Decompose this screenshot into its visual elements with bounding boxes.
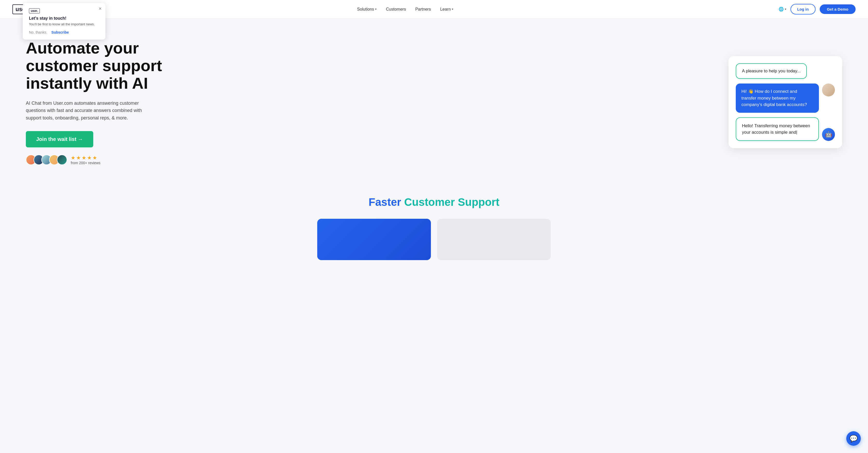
subscribe-button[interactable]: Subscribe <box>52 30 69 34</box>
feature-cards <box>26 219 842 260</box>
popup-close-button[interactable]: ✕ <box>98 6 102 11</box>
login-button[interactable]: Log in <box>790 4 815 15</box>
star-icon: ★ <box>71 154 75 161</box>
chat-demo-widget: A pleasure to help you today... Hi! 👋 Ho… <box>728 56 842 148</box>
chevron-down-icon: ▾ <box>785 7 786 11</box>
nav-links: Solutions ▾ Customers Partners Learn ▾ <box>357 7 454 11</box>
hero-content: Automate your customer support instantly… <box>26 39 170 165</box>
popup-actions: No, thanks. Subscribe <box>29 30 99 34</box>
reviewer-avatars <box>26 154 67 165</box>
star-icon: ★ <box>92 154 97 161</box>
popup-title: Let's stay in touch! <box>29 16 99 21</box>
star-rating: ★ ★ ★ ★ ★ from 200+ reviews <box>71 154 100 165</box>
reviews-row: ★ ★ ★ ★ ★ from 200+ reviews <box>26 154 170 165</box>
bot-avatar: 🤖 <box>822 128 835 141</box>
chat-bubble-greeting: A pleasure to help you today... <box>736 63 807 79</box>
popup-description: You'll be first to know all the importan… <box>29 22 99 26</box>
faster-section: Faster Customer Support <box>0 180 868 271</box>
language-selector[interactable]: 🌐 ▾ <box>779 7 786 11</box>
partners-link[interactable]: Partners <box>415 7 431 11</box>
star-icon: ★ <box>87 154 92 161</box>
chevron-down-icon: ▾ <box>375 7 377 11</box>
learn-link[interactable]: Learn ▾ <box>440 7 454 11</box>
hero-description: AI Chat from User.com automates answerin… <box>26 100 150 122</box>
navbar: user. Solutions ▾ Customers Partners Lea… <box>0 0 868 19</box>
chat-user-message-row: Hi! 👋 How do I connect and transfer mone… <box>736 84 835 113</box>
chat-bot-reply: Hello! Transferring money between your a… <box>736 117 819 141</box>
star-icon: ★ <box>76 154 81 161</box>
bot-icon: 🤖 <box>825 131 832 138</box>
chat-bot-reply-row: Hello! Transferring money between your a… <box>736 117 835 141</box>
avatar <box>57 154 67 165</box>
user-avatar <box>822 84 835 96</box>
avatar-image <box>822 84 835 96</box>
faster-title-teal: Customer Support <box>404 196 500 208</box>
nav-actions: 🌐 ▾ Log in Get a Demo <box>779 4 856 15</box>
feature-card-light <box>437 219 551 260</box>
chat-user-message: Hi! 👋 How do I connect and transfer mone… <box>736 84 819 113</box>
globe-icon: 🌐 <box>779 7 784 11</box>
star-icon: ★ <box>82 154 86 161</box>
stars: ★ ★ ★ ★ ★ <box>71 154 100 161</box>
stay-in-touch-popup: ✕ user. Let's stay in touch! You'll be f… <box>23 3 105 39</box>
join-waitlist-button[interactable]: Join the wait list → <box>26 131 93 147</box>
chevron-down-icon: ▾ <box>452 7 454 11</box>
get-demo-button[interactable]: Get a Demo <box>820 4 856 14</box>
no-thanks-button[interactable]: No, thanks. <box>29 30 47 34</box>
hero-title: Automate your customer support instantly… <box>26 39 170 92</box>
faster-title: Faster Customer Support <box>26 196 842 208</box>
customers-link[interactable]: Customers <box>386 7 406 11</box>
solutions-link[interactable]: Solutions ▾ <box>357 7 377 11</box>
hero-section: Automate your customer support instantly… <box>0 19 868 180</box>
faster-title-blue: Faster <box>369 196 401 208</box>
review-count: from 200+ reviews <box>71 161 100 165</box>
popup-logo: user. <box>29 8 40 13</box>
feature-card-blue <box>317 219 431 260</box>
